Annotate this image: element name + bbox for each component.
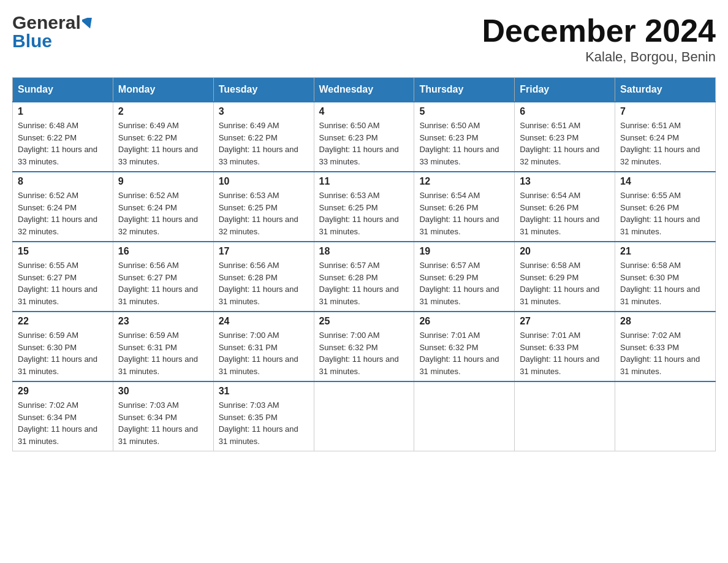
day-info: Sunrise: 6:55 AMSunset: 6:27 PMDaylight:…: [18, 259, 108, 307]
day-info: Sunrise: 6:55 AMSunset: 6:26 PMDaylight:…: [620, 190, 710, 237]
day-info: Sunrise: 6:59 AMSunset: 6:30 PMDaylight:…: [18, 329, 108, 377]
day-info: Sunrise: 6:50 AMSunset: 6:23 PMDaylight:…: [419, 120, 509, 167]
day-info: Sunrise: 6:58 AMSunset: 6:30 PMDaylight:…: [620, 259, 710, 307]
day-info: Sunrise: 7:00 AMSunset: 6:32 PMDaylight:…: [319, 329, 409, 377]
calendar-cell: 21 Sunrise: 6:58 AMSunset: 6:30 PMDaylig…: [615, 242, 716, 312]
day-number: 15: [18, 246, 108, 257]
title-area: December 2024 Kalale, Borgou, Benin: [482, 12, 716, 65]
day-number: 27: [520, 316, 610, 327]
day-number: 21: [620, 246, 710, 257]
day-info: Sunrise: 6:54 AMSunset: 6:26 PMDaylight:…: [419, 190, 509, 237]
day-info: Sunrise: 6:56 AMSunset: 6:28 PMDaylight:…: [219, 259, 309, 307]
column-header-friday: Friday: [515, 78, 615, 102]
day-info: Sunrise: 7:01 AMSunset: 6:33 PMDaylight:…: [520, 329, 610, 377]
calendar-cell: 1 Sunrise: 6:48 AMSunset: 6:22 PMDayligh…: [13, 102, 113, 172]
column-header-wednesday: Wednesday: [314, 78, 414, 102]
calendar-cell: 14 Sunrise: 6:55 AMSunset: 6:26 PMDaylig…: [615, 172, 716, 242]
day-number: 16: [118, 246, 208, 257]
day-number: 14: [620, 176, 710, 187]
day-number: 23: [118, 316, 208, 327]
day-number: 5: [419, 106, 509, 117]
calendar-header-row: SundayMondayTuesdayWednesdayThursdayFrid…: [13, 78, 716, 102]
calendar-cell: [615, 381, 716, 451]
day-number: 25: [319, 316, 409, 327]
week-row-1: 1 Sunrise: 6:48 AMSunset: 6:22 PMDayligh…: [13, 102, 716, 172]
day-number: 20: [520, 246, 610, 257]
day-info: Sunrise: 6:52 AMSunset: 6:24 PMDaylight:…: [118, 190, 208, 237]
week-row-2: 8 Sunrise: 6:52 AMSunset: 6:24 PMDayligh…: [13, 172, 716, 242]
day-info: Sunrise: 6:57 AMSunset: 6:28 PMDaylight:…: [319, 259, 409, 307]
calendar-cell: 5 Sunrise: 6:50 AMSunset: 6:23 PMDayligh…: [414, 102, 515, 172]
calendar-cell: 12 Sunrise: 6:54 AMSunset: 6:26 PMDaylig…: [414, 172, 515, 242]
calendar-cell: 23 Sunrise: 6:59 AMSunset: 6:31 PMDaylig…: [113, 312, 213, 381]
column-header-saturday: Saturday: [615, 78, 716, 102]
calendar-cell: 29 Sunrise: 7:02 AMSunset: 6:34 PMDaylig…: [13, 381, 113, 451]
calendar-cell: 7 Sunrise: 6:51 AMSunset: 6:24 PMDayligh…: [615, 102, 716, 172]
column-header-tuesday: Tuesday: [213, 78, 314, 102]
day-info: Sunrise: 6:53 AMSunset: 6:25 PMDaylight:…: [319, 190, 409, 237]
calendar-cell: [414, 381, 515, 451]
calendar-cell: 13 Sunrise: 6:54 AMSunset: 6:26 PMDaylig…: [515, 172, 615, 242]
day-number: 9: [118, 176, 208, 187]
column-header-thursday: Thursday: [414, 78, 515, 102]
day-number: 8: [18, 176, 108, 187]
calendar-cell: 6 Sunrise: 6:51 AMSunset: 6:23 PMDayligh…: [515, 102, 615, 172]
month-title: December 2024: [482, 12, 716, 49]
week-row-3: 15 Sunrise: 6:55 AMSunset: 6:27 PMDaylig…: [13, 242, 716, 312]
day-info: Sunrise: 7:00 AMSunset: 6:31 PMDaylight:…: [219, 329, 309, 377]
day-info: Sunrise: 7:03 AMSunset: 6:35 PMDaylight:…: [219, 399, 309, 447]
day-number: 26: [419, 316, 509, 327]
calendar-cell: [515, 381, 615, 451]
logo-blue-text: Blue: [12, 31, 52, 52]
calendar-table: SundayMondayTuesdayWednesdayThursdayFrid…: [12, 77, 716, 451]
calendar-cell: 11 Sunrise: 6:53 AMSunset: 6:25 PMDaylig…: [314, 172, 414, 242]
day-info: Sunrise: 6:49 AMSunset: 6:22 PMDaylight:…: [118, 120, 208, 167]
day-info: Sunrise: 6:52 AMSunset: 6:24 PMDaylight:…: [18, 190, 108, 237]
day-number: 13: [520, 176, 610, 187]
day-info: Sunrise: 7:03 AMSunset: 6:34 PMDaylight:…: [118, 399, 208, 447]
day-number: 4: [319, 106, 409, 117]
calendar-cell: 19 Sunrise: 6:57 AMSunset: 6:29 PMDaylig…: [414, 242, 515, 312]
location-text: Kalale, Borgou, Benin: [482, 49, 716, 65]
day-number: 22: [18, 316, 108, 327]
day-info: Sunrise: 6:56 AMSunset: 6:27 PMDaylight:…: [118, 259, 208, 307]
day-info: Sunrise: 6:51 AMSunset: 6:24 PMDaylight:…: [620, 120, 710, 167]
day-info: Sunrise: 6:54 AMSunset: 6:26 PMDaylight:…: [520, 190, 610, 237]
day-info: Sunrise: 6:53 AMSunset: 6:25 PMDaylight:…: [219, 190, 309, 237]
calendar-cell: 3 Sunrise: 6:49 AMSunset: 6:22 PMDayligh…: [213, 102, 314, 172]
day-number: 30: [118, 386, 208, 397]
day-number: 10: [219, 176, 309, 187]
day-info: Sunrise: 6:57 AMSunset: 6:29 PMDaylight:…: [419, 259, 509, 307]
day-info: Sunrise: 6:50 AMSunset: 6:23 PMDaylight:…: [319, 120, 409, 167]
day-number: 31: [219, 386, 309, 397]
calendar-cell: 28 Sunrise: 7:02 AMSunset: 6:33 PMDaylig…: [615, 312, 716, 381]
column-header-monday: Monday: [113, 78, 213, 102]
calendar-cell: 9 Sunrise: 6:52 AMSunset: 6:24 PMDayligh…: [113, 172, 213, 242]
calendar-cell: 25 Sunrise: 7:00 AMSunset: 6:32 PMDaylig…: [314, 312, 414, 381]
calendar-cell: 27 Sunrise: 7:01 AMSunset: 6:33 PMDaylig…: [515, 312, 615, 381]
day-info: Sunrise: 6:58 AMSunset: 6:29 PMDaylight:…: [520, 259, 610, 307]
day-number: 1: [18, 106, 108, 117]
calendar-cell: 24 Sunrise: 7:00 AMSunset: 6:31 PMDaylig…: [213, 312, 314, 381]
calendar-cell: [314, 381, 414, 451]
day-number: 12: [419, 176, 509, 187]
calendar-cell: 15 Sunrise: 6:55 AMSunset: 6:27 PMDaylig…: [13, 242, 113, 312]
day-info: Sunrise: 6:59 AMSunset: 6:31 PMDaylight:…: [118, 329, 208, 377]
week-row-5: 29 Sunrise: 7:02 AMSunset: 6:34 PMDaylig…: [13, 381, 716, 451]
svg-marker-0: [82, 18, 94, 30]
calendar-cell: 30 Sunrise: 7:03 AMSunset: 6:34 PMDaylig…: [113, 381, 213, 451]
day-info: Sunrise: 6:48 AMSunset: 6:22 PMDaylight:…: [18, 120, 108, 167]
day-number: 17: [219, 246, 309, 257]
day-info: Sunrise: 6:51 AMSunset: 6:23 PMDaylight:…: [520, 120, 610, 167]
calendar-cell: 20 Sunrise: 6:58 AMSunset: 6:29 PMDaylig…: [515, 242, 615, 312]
column-header-sunday: Sunday: [13, 78, 113, 102]
calendar-cell: 8 Sunrise: 6:52 AMSunset: 6:24 PMDayligh…: [13, 172, 113, 242]
page-header: General Blue December 2024 Kalale, Borgo…: [12, 12, 716, 65]
calendar-cell: 31 Sunrise: 7:03 AMSunset: 6:35 PMDaylig…: [213, 381, 314, 451]
day-number: 11: [319, 176, 409, 187]
day-number: 29: [18, 386, 108, 397]
day-number: 19: [419, 246, 509, 257]
day-number: 3: [219, 106, 309, 117]
day-number: 24: [219, 316, 309, 327]
day-number: 2: [118, 106, 208, 117]
